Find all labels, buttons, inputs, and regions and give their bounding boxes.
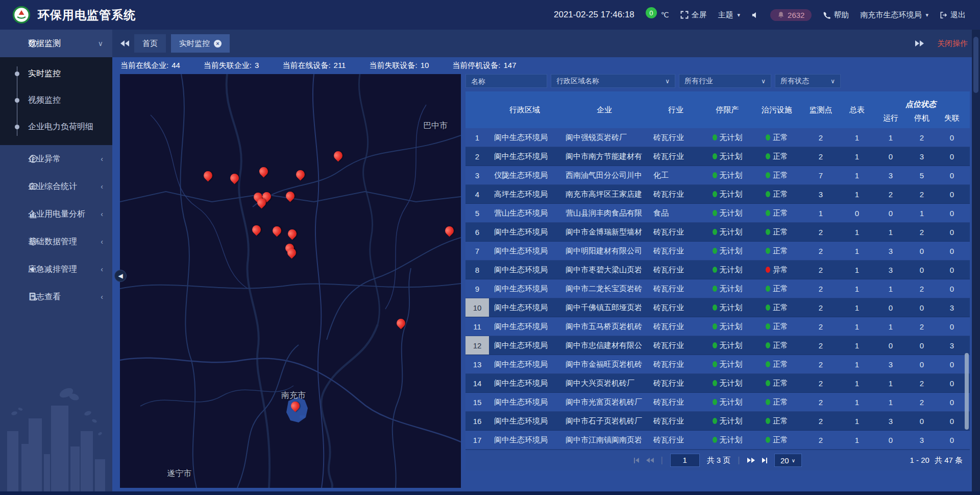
page-scrollbar-thumb[interactable] — [973, 37, 978, 93]
chevron-left-icon: ‹ — [101, 238, 103, 246]
sidebar-submenu: 实时监控视频监控企业电力负荷明细 — [0, 57, 112, 145]
table-row[interactable]: 17阆中生态环境局阆中市江南镇阆南页岩砖瓦行业无计划正常21030 — [465, 431, 970, 450]
row-index: 4 — [465, 185, 489, 203]
cell-treatment-status: 正常 — [751, 360, 802, 369]
close-operations-button[interactable]: 关闭操作 — [937, 39, 968, 49]
cell-region: 阆中生态环境局 — [489, 397, 560, 407]
logout-button[interactable]: 退出 — [940, 10, 966, 20]
fullscreen-button[interactable]: 全屏 — [680, 10, 707, 20]
sidebar-item-power-analysis[interactable]: 企业用电量分析‹ — [0, 200, 112, 228]
cell-company: 阆中市江南镇阆南页岩 — [560, 435, 648, 445]
table-row[interactable]: 2阆中生态环境局阆中市南方节能建材有砖瓦行业无计划正常21030 — [465, 147, 970, 166]
cell-company: 阆中市石子页岩机砖厂 — [560, 416, 648, 426]
sidebar-subitem-0[interactable]: 实时监控 — [0, 60, 112, 87]
cell-lost: 0 — [937, 322, 967, 331]
table-row[interactable]: 11阆中生态环境局阆中市五马桥页岩机砖砖瓦行业无计划正常21120 — [465, 317, 970, 336]
pagination-bar: | 1 共 3 页 | 20 ∨ 1 - 20 共 47 条 — [465, 450, 970, 470]
sidebar-subitem-1[interactable]: 视频监控 — [0, 87, 112, 113]
col-points: 监测点 — [802, 105, 839, 115]
bottom-edge — [0, 491, 980, 495]
cell-lost: 0 — [937, 190, 967, 199]
cell-company: 阆中明阳建材有限公司 — [560, 246, 648, 256]
stats-bar: 当前在线企业:44当前失联企业:3当前在线设备:211当前失联设备:10当前停机… — [112, 57, 972, 74]
cell-meter: 1 — [839, 266, 875, 274]
table-row[interactable]: 5营山生态环境局营山县润丰肉食品有限食品无计划正常10010 — [465, 204, 970, 223]
tabs-scroll-right-button[interactable] — [915, 40, 924, 46]
cell-production-status: 无计划 — [703, 171, 751, 180]
cell-lost: 0 — [937, 436, 967, 444]
fullscreen-icon — [680, 11, 689, 19]
page-number-input[interactable]: 1 — [670, 454, 700, 467]
cell-stop: 5 — [906, 171, 937, 180]
table-row[interactable]: 16阆中生态环境局阆中市石子页岩机砖厂砖瓦行业无计划正常21300 — [465, 412, 970, 431]
bell-icon — [777, 11, 785, 18]
status-dot-icon — [713, 342, 717, 348]
page-size-select[interactable]: 20 ∨ — [774, 454, 802, 467]
cell-company: 阆中市五马桥页岩机砖 — [560, 322, 648, 332]
table-row[interactable]: 7阆中生态环境局阆中明阳建材有限公司砖瓦行业无计划正常21300 — [465, 242, 970, 261]
sidebar-item-emergency[interactable]: 应急减排管理‹ — [0, 255, 112, 283]
chart-icon — [14, 209, 23, 219]
table-row[interactable]: 1阆中生态环境局阆中强锐页岩砖厂砖瓦行业无计划正常21120 — [465, 128, 970, 147]
table-row[interactable]: 14阆中生态环境局阆中大兴页岩机砖厂砖瓦行业无计划正常21120 — [465, 374, 970, 393]
tab-active1[interactable]: 实时监控× — [171, 34, 230, 53]
tabs-scroll-left-button[interactable] — [120, 40, 129, 46]
cell-meter: 1 — [839, 398, 875, 407]
table-row[interactable]: 13阆中生态环境局阆中市金福旺页岩机砖砖瓦行业无计划正常21300 — [465, 355, 970, 374]
table-row[interactable]: 8阆中生态环境局阆中市枣碧大梁山页岩砖瓦行业无计划异常21300 — [465, 261, 970, 279]
cell-points: 2 — [802, 398, 839, 407]
theme-dropdown[interactable]: 主题 ▾ — [718, 10, 741, 20]
status-dot-icon — [766, 248, 770, 254]
sidebar-item-company-abnormal[interactable]: 企业异常‹ — [0, 145, 112, 173]
page-scrollbar[interactable] — [972, 30, 980, 495]
sidebar-subitem-2[interactable]: 企业电力负荷明细 — [0, 113, 112, 140]
map-panel[interactable]: 巴中市南充市遂宁市 ◀ — [120, 74, 461, 488]
cell-stop: 0 — [906, 341, 937, 350]
status-select[interactable]: 所有状态 ∨ — [775, 74, 841, 88]
table-scrollbar-thumb[interactable] — [965, 353, 969, 430]
sidebar-item-company-stats[interactable]: 企业综合统计‹ — [0, 173, 112, 200]
cell-production-status: 无计划 — [703, 152, 751, 161]
prev-page-button[interactable] — [646, 458, 654, 463]
cell-treatment-status: 正常 — [751, 227, 802, 237]
sidebar-item-data-monitor[interactable]: 数据监测∨ — [0, 30, 112, 57]
map-roads — [120, 74, 461, 488]
temperature-badge: 0 — [646, 7, 657, 18]
notification-badge[interactable]: 2632 — [770, 9, 812, 21]
tab-0[interactable]: 首页 — [134, 34, 166, 53]
chevron-down-icon: ∨ — [823, 78, 835, 85]
status-dot-icon — [766, 361, 770, 367]
next-page-button[interactable] — [747, 458, 755, 463]
table-row[interactable]: 10阆中生态环境局阆中千佛镇五郎垭页岩砖瓦行业无计划正常21003 — [465, 298, 970, 317]
tab-close-icon[interactable]: × — [214, 40, 222, 48]
temperature: 0 ℃ — [646, 11, 669, 19]
col-run: 运行 — [875, 113, 906, 127]
cell-industry: 砖瓦行业 — [648, 284, 703, 294]
mute-button[interactable] — [751, 11, 759, 19]
row-index: 17 — [465, 431, 489, 449]
org-dropdown[interactable]: 南充市生态环境局 ▾ — [860, 10, 928, 20]
last-page-button[interactable] — [762, 458, 767, 463]
emblem-icon — [12, 6, 31, 24]
cell-region: 阆中生态环境局 — [489, 322, 560, 332]
sidebar-item-base-data[interactable]: 基础数据管理‹ — [0, 228, 112, 255]
first-page-button[interactable] — [634, 458, 639, 463]
map-collapse-toggle[interactable]: ◀ — [114, 270, 127, 282]
sidebar-item-logs[interactable]: 日志查看‹ — [0, 283, 112, 311]
clock: 2021-02-25 17:46:18 — [554, 10, 634, 20]
cell-points: 2 — [802, 247, 839, 255]
help-button[interactable]: 帮助 — [823, 10, 849, 20]
sidebar-item-label: 企业异常 — [28, 154, 61, 164]
table-row[interactable]: 3仪陇生态环境局西南油气田分公司川中化工无计划正常71350 — [465, 166, 970, 185]
name-search-input[interactable] — [465, 74, 547, 88]
table-row[interactable]: 4高坪生态环境局南充市高坪区王家店建砖瓦行业无计划正常31220 — [465, 185, 970, 204]
cell-treatment-status: 正常 — [751, 379, 802, 388]
table-row[interactable]: 15阆中生态环境局阆中市光富页岩机砖厂砖瓦行业无计划正常21120 — [465, 393, 970, 412]
status-dot-icon — [713, 134, 717, 140]
cell-treatment-status: 正常 — [751, 303, 802, 313]
table-row[interactable]: 12阆中生态环境局阆中市忠信建材有限公砖瓦行业无计划正常21003 — [465, 336, 970, 355]
region-select[interactable]: 行政区域名称 ∨ — [551, 74, 675, 88]
industry-select[interactable]: 所有行业 ∨ — [679, 74, 771, 88]
table-row[interactable]: 9阆中生态环境局阆中市二龙长宝页岩砖砖瓦行业无计划正常21120 — [465, 279, 970, 298]
table-row[interactable]: 6阆中生态环境局阆中市金博瑞新型墙材砖瓦行业无计划正常21120 — [465, 223, 970, 242]
